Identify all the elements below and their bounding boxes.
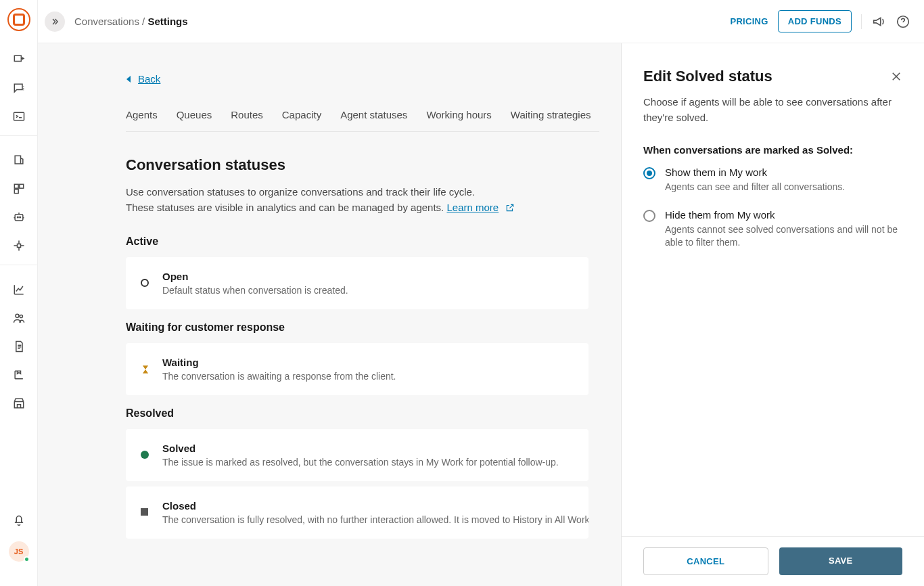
breadcrumb-parent[interactable]: Conversations bbox=[74, 16, 139, 27]
group-title-active: Active bbox=[126, 235, 588, 248]
open-status-icon bbox=[141, 279, 150, 288]
cancel-button[interactable]: CANCEL bbox=[643, 547, 768, 575]
status-name: Closed bbox=[162, 500, 588, 512]
main-content: Back Agents Queues Routes Capacity Agent… bbox=[38, 43, 621, 586]
avatar-initials: JS bbox=[14, 547, 23, 556]
bell-icon[interactable] bbox=[12, 513, 26, 526]
tab-queues[interactable]: Queues bbox=[177, 104, 212, 131]
pricing-link[interactable]: PRICING bbox=[730, 16, 768, 26]
status-desc: Default status when conversation is crea… bbox=[162, 285, 348, 296]
user-avatar[interactable]: JS bbox=[9, 541, 29, 562]
panel-subhead: When conversations are marked as Solved: bbox=[643, 144, 902, 156]
svg-rect-4 bbox=[15, 215, 23, 221]
announcement-icon[interactable] bbox=[871, 14, 886, 29]
status-name: Waiting bbox=[162, 357, 396, 368]
store-icon[interactable] bbox=[12, 397, 26, 410]
radio-desc: Agents cannot see solved conversations a… bbox=[665, 223, 902, 250]
doc-icon[interactable] bbox=[12, 340, 26, 353]
status-card-closed[interactable]: Closed The conversation is fully resolve… bbox=[126, 487, 588, 539]
status-desc: The conversation is fully resolved, with… bbox=[162, 514, 588, 525]
breadcrumb: Conversations / Settings bbox=[74, 16, 188, 27]
people-icon[interactable] bbox=[12, 311, 26, 325]
status-name: Solved bbox=[162, 443, 559, 454]
analytics-icon[interactable] bbox=[12, 283, 26, 296]
tab-agent-statuses[interactable]: Agent statuses bbox=[340, 104, 407, 131]
radio-desc: Agents can see and filter all conversati… bbox=[665, 181, 845, 194]
close-panel-button[interactable] bbox=[890, 70, 902, 83]
closed-status-icon bbox=[141, 508, 150, 518]
nav-rail: JS bbox=[0, 0, 38, 586]
tab-capacity[interactable]: Capacity bbox=[282, 104, 321, 131]
bot-icon[interactable] bbox=[12, 210, 26, 224]
help-icon[interactable] bbox=[896, 14, 910, 29]
terminal-icon[interactable] bbox=[12, 110, 26, 123]
svg-rect-3 bbox=[14, 189, 18, 194]
svg-rect-0 bbox=[14, 112, 24, 120]
group-title-waiting: Waiting for customer response bbox=[126, 321, 588, 334]
presence-dot-icon bbox=[24, 556, 30, 562]
tab-agents[interactable]: Agents bbox=[126, 104, 158, 131]
outbound-icon[interactable] bbox=[12, 53, 26, 66]
inbox-icon[interactable] bbox=[12, 154, 26, 167]
add-funds-button[interactable]: ADD FUNDS bbox=[778, 10, 852, 32]
external-link-icon bbox=[505, 202, 515, 217]
page-description: Use conversation statuses to organize co… bbox=[126, 185, 588, 217]
status-desc: The issue is marked as resolved, but the… bbox=[162, 457, 559, 468]
status-card-waiting[interactable]: Waiting The conversation is awaiting a r… bbox=[126, 343, 588, 395]
status-card-solved[interactable]: Solved The issue is marked as resolved, … bbox=[126, 429, 588, 481]
flow-icon[interactable] bbox=[12, 239, 26, 252]
learn-more-link[interactable]: Learn more bbox=[446, 202, 499, 213]
back-link[interactable]: Back bbox=[126, 73, 160, 85]
radio-option-show[interactable]: Show them in My work Agents can see and … bbox=[643, 166, 902, 194]
svg-rect-2 bbox=[19, 184, 23, 188]
templates-icon[interactable] bbox=[12, 182, 26, 196]
save-button[interactable]: SAVE bbox=[779, 547, 903, 575]
back-label: Back bbox=[138, 73, 160, 85]
bookmark-icon[interactable] bbox=[12, 368, 26, 382]
tab-working-hours[interactable]: Working hours bbox=[426, 104, 491, 131]
panel-title: Edit Solved status bbox=[643, 68, 772, 85]
svg-point-8 bbox=[16, 314, 19, 317]
svg-point-9 bbox=[20, 315, 22, 317]
radio-icon bbox=[643, 167, 655, 179]
solved-status-icon bbox=[141, 451, 150, 460]
group-title-resolved: Resolved bbox=[126, 407, 588, 420]
svg-point-6 bbox=[19, 217, 20, 218]
page-title: Conversation statuses bbox=[126, 156, 588, 174]
radio-option-hide[interactable]: Hide them from My work Agents cannot see… bbox=[643, 209, 902, 250]
settings-tabs: Agents Queues Routes Capacity Agent stat… bbox=[126, 104, 599, 132]
waiting-status-icon bbox=[141, 365, 150, 374]
topbar: Conversations / Settings PRICING ADD FUN… bbox=[38, 0, 924, 43]
panel-description: Choose if agents will be able to see con… bbox=[643, 95, 902, 125]
svg-rect-1 bbox=[14, 184, 18, 188]
svg-point-5 bbox=[17, 217, 18, 218]
tab-waiting-strategies[interactable]: Waiting strategies bbox=[511, 104, 591, 131]
breadcrumb-current: Settings bbox=[147, 16, 187, 27]
tab-routes[interactable]: Routes bbox=[231, 104, 263, 131]
radio-label: Hide them from My work bbox=[665, 209, 902, 221]
expand-sidebar-button[interactable] bbox=[45, 12, 65, 32]
edit-status-panel: Edit Solved status Choose if agents will… bbox=[621, 43, 924, 586]
chat-icon[interactable] bbox=[12, 81, 26, 95]
status-desc: The conversation is awaiting a response … bbox=[162, 371, 396, 382]
status-name: Open bbox=[162, 271, 348, 282]
status-card-open[interactable]: Open Default status when conversation is… bbox=[126, 257, 588, 309]
radio-label: Show them in My work bbox=[665, 166, 845, 178]
radio-icon bbox=[643, 210, 655, 222]
app-logo-icon[interactable] bbox=[7, 8, 30, 31]
svg-rect-7 bbox=[17, 244, 20, 248]
